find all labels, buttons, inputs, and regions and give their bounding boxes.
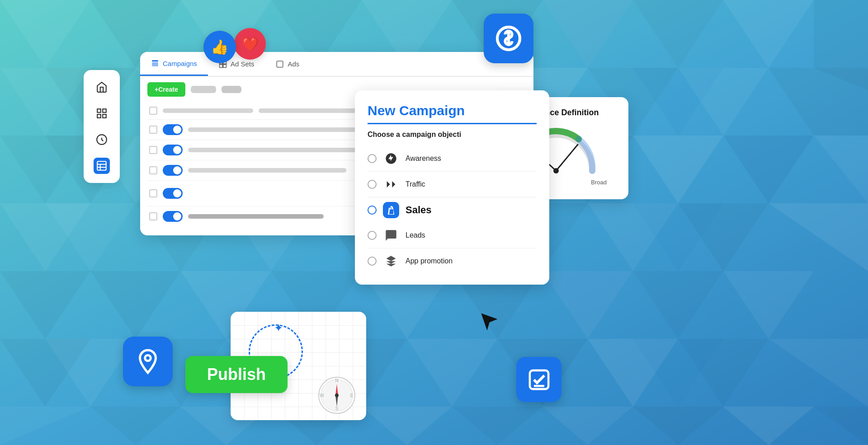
new-campaign-title: New Campaign bbox=[368, 103, 537, 124]
row-checkbox[interactable] bbox=[149, 166, 157, 174]
sales-icon bbox=[383, 202, 399, 218]
sales-label: Sales bbox=[406, 204, 432, 216]
dollar-sign-svg bbox=[495, 25, 522, 52]
row-checkbox[interactable] bbox=[149, 107, 157, 115]
app-promotion-label: App promotion bbox=[406, 257, 453, 265]
radio-awareness[interactable] bbox=[368, 154, 377, 163]
leads-label: Leads bbox=[406, 231, 425, 239]
cursor-svg bbox=[477, 307, 503, 333]
svg-rect-80 bbox=[103, 114, 106, 118]
ads-tab-icon bbox=[276, 60, 284, 68]
traffic-label: Traffic bbox=[406, 180, 425, 188]
svg-rect-90 bbox=[277, 61, 283, 67]
traffic-icon bbox=[383, 176, 399, 192]
row-checkbox[interactable] bbox=[149, 146, 157, 154]
tab-campaigns[interactable]: Campaigns bbox=[140, 52, 208, 76]
row-bar bbox=[188, 168, 346, 173]
map-sparkle-icon: ✦ bbox=[274, 322, 283, 334]
objective-row-traffic[interactable]: Traffic bbox=[368, 172, 537, 197]
row-toggle[interactable] bbox=[163, 165, 183, 176]
float-location-icon bbox=[123, 337, 173, 386]
tab-ads[interactable]: Ads bbox=[265, 52, 310, 76]
row-toggle[interactable] bbox=[163, 188, 183, 199]
toolbar-btn-2[interactable] bbox=[222, 86, 241, 93]
radio-app-promotion[interactable] bbox=[368, 257, 377, 266]
row-bar bbox=[188, 127, 369, 132]
campaigns-tab-icon bbox=[151, 59, 159, 67]
tabs-bar: Campaigns Ad Sets Ads bbox=[140, 52, 533, 77]
sidebar bbox=[84, 70, 120, 183]
leads-icon bbox=[383, 227, 399, 244]
row-checkbox[interactable] bbox=[149, 212, 157, 220]
svg-point-104 bbox=[335, 393, 339, 397]
svg-point-95 bbox=[145, 355, 151, 361]
svg-rect-77 bbox=[97, 109, 101, 112]
sidebar-icon-grid[interactable] bbox=[94, 105, 110, 122]
objective-row-sales[interactable]: Sales bbox=[368, 197, 537, 223]
svg-text:E: E bbox=[350, 393, 354, 398]
main-scene: Campaigns Ad Sets Ads +Create bbox=[0, 0, 868, 445]
row-bar bbox=[163, 108, 253, 113]
objective-row-leads[interactable]: Leads bbox=[368, 223, 537, 248]
create-button[interactable]: +Create bbox=[147, 82, 185, 97]
svg-rect-88 bbox=[219, 64, 222, 67]
location-pin-svg bbox=[134, 348, 161, 375]
row-bar bbox=[188, 214, 324, 219]
objective-row-app-promotion[interactable]: App promotion bbox=[368, 248, 537, 274]
radio-leads[interactable] bbox=[368, 231, 377, 240]
row-bar bbox=[188, 148, 360, 152]
cursor-arrow-icon bbox=[477, 307, 504, 338]
sidebar-icon-table[interactable] bbox=[94, 158, 110, 174]
checklist-svg bbox=[527, 367, 552, 392]
objective-row-awareness[interactable]: Awareness bbox=[368, 146, 537, 172]
sidebar-icon-dashboard[interactable] bbox=[94, 131, 110, 148]
float-checklist-icon bbox=[516, 357, 561, 402]
new-campaign-subtitle: Choose a campaign objecti bbox=[368, 131, 537, 139]
publish-button[interactable]: Publish bbox=[185, 356, 288, 393]
svg-text:W: W bbox=[320, 393, 324, 398]
svg-text:N: N bbox=[335, 378, 338, 383]
app-promotion-icon bbox=[383, 253, 399, 269]
row-toggle[interactable] bbox=[163, 124, 183, 135]
awareness-label: Awareness bbox=[406, 155, 441, 163]
row-checkbox[interactable] bbox=[149, 189, 157, 197]
sidebar-icon-home[interactable] bbox=[94, 79, 110, 95]
toolbar-btn-1[interactable] bbox=[191, 86, 216, 93]
svg-rect-89 bbox=[223, 64, 226, 67]
float-dollar-icon bbox=[484, 14, 533, 63]
svg-line-93 bbox=[556, 145, 578, 171]
svg-text:S: S bbox=[335, 406, 339, 411]
tab-ads-label: Ads bbox=[288, 60, 299, 68]
svg-rect-79 bbox=[97, 114, 101, 118]
gauge-label-broad: Broad bbox=[591, 179, 607, 186]
new-campaign-panel: New Campaign Choose a campaign objecti A… bbox=[355, 90, 549, 285]
compass-icon: N S W E bbox=[316, 375, 357, 416]
radio-traffic[interactable] bbox=[368, 180, 377, 189]
svg-rect-78 bbox=[103, 109, 106, 112]
row-toggle[interactable] bbox=[163, 145, 183, 155]
tab-adsets-label: Ad Sets bbox=[231, 60, 255, 68]
radio-sales[interactable] bbox=[368, 206, 377, 215]
awareness-icon bbox=[383, 150, 399, 167]
row-checkbox[interactable] bbox=[149, 126, 157, 134]
tab-campaigns-label: Campaigns bbox=[163, 60, 197, 67]
svg-rect-82 bbox=[97, 161, 106, 170]
float-heart-icon: ❤️ bbox=[234, 28, 266, 60]
float-like-icon: 👍 bbox=[203, 31, 236, 63]
row-toggle[interactable] bbox=[163, 211, 183, 222]
